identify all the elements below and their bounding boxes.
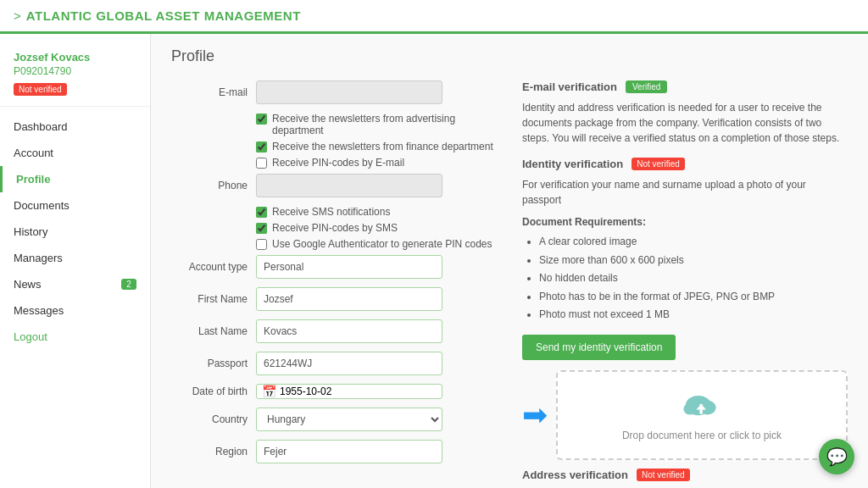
main-layout: Jozsef Kovacs P092014790 Not verified Da… <box>0 34 868 488</box>
first-name-input[interactable] <box>256 287 442 311</box>
right-panel: E-mail verification Verified Identity an… <box>522 80 848 481</box>
doc-requirement-5: Photo must not exceed 1 MB <box>539 306 848 324</box>
sidebar-item-documents[interactable]: Documents <box>0 192 150 219</box>
profile-grid: E-mail Receive the newsletters from adve… <box>171 80 848 481</box>
account-type-label: Account type <box>171 261 248 273</box>
checkbox-sms-label: Receive SMS notifications <box>272 206 390 218</box>
email-verification-title: E-mail verification <box>522 80 617 93</box>
sidebar-item-profile[interactable]: Profile <box>0 166 150 192</box>
email-checkboxes: Receive the newsletters from advertising… <box>256 113 497 169</box>
sidebar-item-messages[interactable]: Messages <box>0 297 150 324</box>
account-type-row: Account type <box>171 255 497 279</box>
checkbox-pin-email-input[interactable] <box>256 158 267 169</box>
email-label: E-mail <box>171 86 248 98</box>
checkbox-pin-sms-input[interactable] <box>256 223 267 234</box>
checkbox-pin-email-label: Receive PIN-codes by E-mail <box>272 157 404 169</box>
identity-desc: For verification your name and surname u… <box>522 177 848 208</box>
sidebar: Jozsef Kovacs P092014790 Not verified Da… <box>0 34 151 488</box>
region-row: Region <box>171 440 497 463</box>
user-status-badge: Not verified <box>14 83 67 96</box>
identity-verification-header: Identity verification Not verified <box>522 158 848 170</box>
doc-requirements-list: A clear colored image Size more than 600… <box>539 233 848 324</box>
last-name-input[interactable] <box>256 319 442 343</box>
sidebar-item-account[interactable]: Account <box>0 140 150 166</box>
drop-zone[interactable]: Drop document here or click to pick <box>556 370 848 460</box>
checkbox-newsletter-adv: Receive the newsletters from advertising… <box>256 113 497 136</box>
passport-label: Passport <box>171 358 248 369</box>
checkbox-google-auth: Use Google Authenticator to generate PIN… <box>256 238 497 250</box>
checkbox-newsletter-fin-input[interactable] <box>256 141 267 152</box>
email-row: E-mail <box>171 80 497 104</box>
doc-requirement-4: Photo has to be in the format of JPEG, P… <box>539 288 848 307</box>
checkbox-newsletter-adv-label: Receive the newsletters from advertising… <box>272 113 497 136</box>
country-label: Country <box>171 413 248 425</box>
checkbox-newsletter-fin: Receive the newsletters from finance dep… <box>256 141 497 152</box>
last-name-label: Last Name <box>171 325 248 337</box>
address-verification-section: Address verification Not verified <box>522 469 848 481</box>
email-verification-section: E-mail verification Verified Identity an… <box>522 80 848 146</box>
last-name-row: Last Name <box>171 319 497 343</box>
doc-requirement-2: Size more than 600 x 600 pixels <box>539 252 848 270</box>
identity-not-verified-badge: Not verified <box>632 158 685 170</box>
identity-verification-section: Identity verification Not verified For v… <box>522 158 848 481</box>
email-verified-badge: Verified <box>626 80 667 93</box>
sidebar-item-logout[interactable]: Logout <box>0 324 150 350</box>
checkbox-google-auth-label: Use Google Authenticator to generate PIN… <box>272 238 492 250</box>
sidebar-item-history[interactable]: History <box>0 219 150 245</box>
header-title: ATLANTIC GLOBAL ASSET MANAGEMENT <box>26 8 301 23</box>
sidebar-item-dashboard[interactable]: Dashboard <box>0 114 150 140</box>
checkbox-newsletter-fin-label: Receive the newsletters from finance dep… <box>272 141 493 152</box>
header: > ATLANTIC GLOBAL ASSET MANAGEMENT <box>0 0 868 34</box>
doc-requirement-3: No hidden details <box>539 269 848 288</box>
country-row: Country Hungary <box>171 408 497 431</box>
passport-input[interactable] <box>256 352 442 375</box>
email-verification-header: E-mail verification Verified <box>522 80 848 93</box>
doc-requirement-1: A clear colored image <box>539 233 848 252</box>
first-name-label: First Name <box>171 293 248 305</box>
chat-bubble-button[interactable]: 💬 <box>819 439 854 474</box>
passport-row: Passport <box>171 352 497 375</box>
drop-zone-container: ➡ Drop document here or click to pick <box>522 370 848 460</box>
blue-arrow-icon: ➡ <box>522 397 548 433</box>
address-verification-title: Address verification <box>522 469 628 481</box>
checkbox-pin-sms-label: Receive PIN-codes by SMS <box>272 222 398 234</box>
checkbox-pin-email: Receive PIN-codes by E-mail <box>256 157 497 169</box>
dob-label: Date of birth <box>171 385 248 397</box>
phone-input[interactable] <box>256 174 442 197</box>
sidebar-user-id: P092014790 <box>14 65 136 77</box>
sidebar-item-news[interactable]: News 2 <box>0 271 150 297</box>
main-content: Profile E-mail Receive the newsletters f… <box>151 34 868 488</box>
verification-description: Identity and address verification is nee… <box>522 100 848 146</box>
cloud-upload-icon <box>681 389 723 423</box>
chat-bubble-icon: 💬 <box>826 446 848 467</box>
sidebar-navigation: Dashboard Account Profile Documents Hist… <box>0 114 150 350</box>
checkbox-newsletter-adv-input[interactable] <box>256 114 267 125</box>
news-badge: 2 <box>121 279 136 290</box>
dob-row: Date of birth 📅 <box>171 384 497 399</box>
account-type-input[interactable] <box>256 255 442 279</box>
page-title: Profile <box>171 47 848 65</box>
region-input[interactable] <box>256 440 442 463</box>
sidebar-user: Jozsef Kovacs P092014790 Not verified <box>0 44 150 107</box>
dob-input[interactable] <box>280 385 437 397</box>
drop-zone-text: Drop document here or click to pick <box>622 430 782 441</box>
sidebar-item-managers[interactable]: Managers <box>0 245 150 271</box>
region-label: Region <box>171 446 248 458</box>
svg-point-2 <box>683 403 696 414</box>
checkbox-pin-sms: Receive PIN-codes by SMS <box>256 222 497 234</box>
send-identity-verification-button[interactable]: Send my identity verification <box>522 335 676 360</box>
header-arrow-icon: > <box>14 8 21 23</box>
first-name-row: First Name <box>171 287 497 311</box>
doc-requirements-title: Document Requirements: <box>522 216 848 228</box>
checkbox-google-auth-input[interactable] <box>256 239 267 250</box>
country-select[interactable]: Hungary <box>256 408 442 431</box>
phone-label: Phone <box>171 180 248 191</box>
email-input[interactable] <box>256 80 442 104</box>
sidebar-user-name: Jozsef Kovacs <box>14 51 136 64</box>
phone-row: Phone <box>171 174 497 197</box>
calendar-icon: 📅 <box>262 385 276 398</box>
sms-checkboxes: Receive SMS notifications Receive PIN-co… <box>256 206 497 250</box>
form-section: E-mail Receive the newsletters from adve… <box>171 80 497 481</box>
identity-verification-title: Identity verification <box>522 158 623 170</box>
checkbox-sms-input[interactable] <box>256 207 267 218</box>
